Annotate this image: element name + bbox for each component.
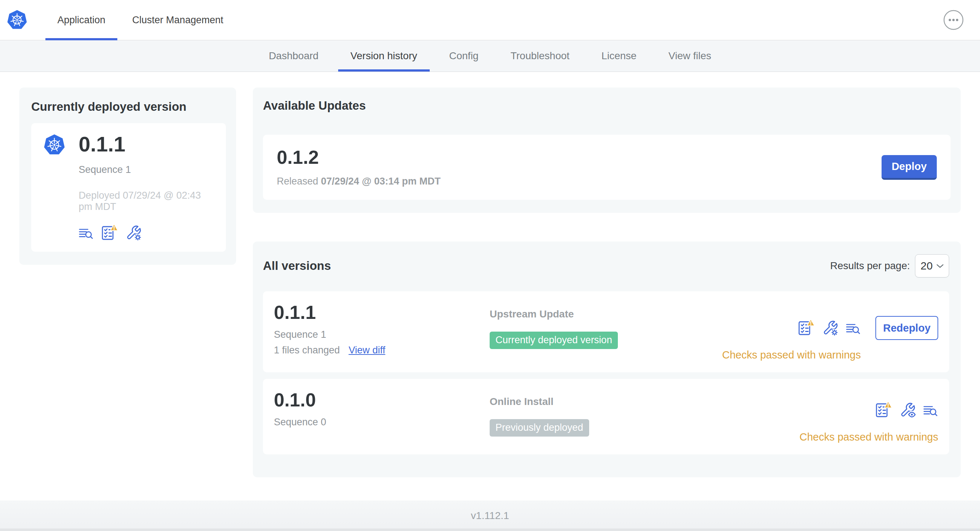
ellipsis-icon xyxy=(943,10,964,30)
status-badge: Previously deployed xyxy=(490,419,589,437)
checks-status: Checks passed with warnings xyxy=(799,431,938,443)
version-row-middle: Online Install Previously deployed xyxy=(490,390,722,437)
row-version: 0.1.1 xyxy=(274,302,490,323)
version-source: Online Install xyxy=(490,396,722,407)
tab-application-label: Application xyxy=(57,14,105,26)
version-row-right: Checks passed with warnings Redeploy xyxy=(722,302,938,361)
app-footer: v1.112.1 xyxy=(0,501,980,531)
deployed-version: 0.1.1 xyxy=(78,133,217,156)
primary-tabs: Application Cluster Management xyxy=(45,0,235,40)
subnav-tab-license[interactable]: License xyxy=(585,40,653,72)
checks-block: Checks passed with warnings xyxy=(799,390,938,443)
logs-icon xyxy=(923,403,938,418)
logs-icon xyxy=(78,226,94,241)
tab-cluster-management-label: Cluster Management xyxy=(132,14,223,26)
results-per-page: Results per page: 20 xyxy=(830,254,949,278)
preflight-warning-icon xyxy=(101,223,118,241)
deployed-timestamp: Deployed 07/29/24 @ 02:43 pm MDT xyxy=(78,190,217,213)
wrench-gear-icon xyxy=(822,320,838,336)
preflight-warning-icon xyxy=(798,318,815,336)
redeploy-button[interactable]: Redeploy xyxy=(875,316,938,340)
subnav-tab-config[interactable]: Config xyxy=(433,40,495,72)
kubernetes-logo-icon xyxy=(6,10,28,30)
version-row-left: 0.1.1 Sequence 1 1 files changed View di… xyxy=(274,302,490,356)
logs-icon xyxy=(846,321,861,336)
update-version: 0.1.2 xyxy=(277,148,441,167)
kubernetes-app-icon xyxy=(43,132,65,158)
update-card: 0.1.2 Released 07/29/24 @ 03:14 pm MDT D… xyxy=(263,135,951,200)
edit-config-button[interactable] xyxy=(822,320,838,336)
preflight-checks-button[interactable] xyxy=(101,223,118,241)
release-notes-button[interactable] xyxy=(846,321,861,336)
row-sequence: Sequence 0 xyxy=(274,417,490,428)
version-row-right: Checks passed with warnings xyxy=(799,390,938,443)
view-config-button[interactable] xyxy=(900,402,916,418)
subnav-tab-version-history[interactable]: Version history xyxy=(334,40,433,72)
top-bar: Application Cluster Management xyxy=(0,0,980,40)
released-prefix: Released xyxy=(277,176,318,187)
subnav-tab-view-files[interactable]: View files xyxy=(652,40,727,72)
main-content: Currently deployed version 0.1.1 Sequenc… xyxy=(0,72,980,477)
subnav-tab-dashboard[interactable]: Dashboard xyxy=(253,40,334,72)
deployed-sequence: Sequence 1 xyxy=(78,164,217,175)
all-versions-title: All versions xyxy=(263,259,331,273)
version-actions xyxy=(798,318,861,336)
tab-application[interactable]: Application xyxy=(45,0,117,40)
all-versions-panel: All versions Results per page: 20 0.1.1 … xyxy=(253,242,961,477)
update-info: 0.1.2 Released 07/29/24 @ 03:14 pm MDT xyxy=(277,148,441,188)
currently-deployed-title: Currently deployed version xyxy=(31,100,226,114)
results-per-page-select[interactable]: 20 xyxy=(915,254,949,278)
update-released: Released 07/29/24 @ 03:14 pm MDT xyxy=(277,176,441,187)
available-updates-panel: Available Updates 0.1.2 Released 07/29/2… xyxy=(253,87,961,213)
currently-deployed-card: 0.1.1 Sequence 1 Deployed 07/29/24 @ 02:… xyxy=(31,123,226,252)
subnav-tab-config-label: Config xyxy=(449,50,479,62)
checks-block: Checks passed with warnings xyxy=(722,302,861,361)
right-column: Available Updates 0.1.2 Released 07/29/2… xyxy=(253,87,961,477)
edit-config-button[interactable] xyxy=(126,225,142,241)
preflight-checks-button[interactable] xyxy=(798,318,815,336)
version-actions xyxy=(875,401,938,418)
app-logo xyxy=(6,0,28,40)
row-version: 0.1.0 xyxy=(274,390,490,410)
wrench-gear-icon xyxy=(126,225,142,241)
wrench-eye-icon xyxy=(900,402,916,418)
preflight-warning-icon xyxy=(875,401,892,418)
subnav-tab-license-label: License xyxy=(601,50,637,62)
preflight-checks-button[interactable] xyxy=(875,401,892,418)
row-sequence: Sequence 1 xyxy=(274,329,490,340)
console-version: v1.112.1 xyxy=(471,510,509,521)
results-per-page-label: Results per page: xyxy=(830,260,910,272)
deployed-actions xyxy=(78,223,217,241)
files-changed-line: 1 files changed View diff xyxy=(274,345,490,356)
checks-status: Checks passed with warnings xyxy=(722,349,861,361)
release-notes-button[interactable] xyxy=(78,226,94,241)
available-updates-title: Available Updates xyxy=(263,99,951,113)
tab-cluster-management[interactable]: Cluster Management xyxy=(120,0,235,40)
deploy-button[interactable]: Deploy xyxy=(881,155,937,180)
deployed-info: 0.1.1 Sequence 1 Deployed 07/29/24 @ 02:… xyxy=(78,132,217,241)
released-timestamp: 07/29/24 @ 03:14 pm MDT xyxy=(321,176,441,187)
footer-edge xyxy=(0,528,980,531)
subnav-tab-version-history-label: Version history xyxy=(350,50,417,62)
header-spacer xyxy=(235,0,943,40)
chevron-down-icon xyxy=(936,264,944,269)
results-per-page-value: 20 xyxy=(920,260,932,272)
version-source: Upstream Update xyxy=(490,308,722,320)
release-notes-button[interactable] xyxy=(923,403,938,418)
version-row-middle: Upstream Update Currently deployed versi… xyxy=(490,302,722,349)
version-row-left: 0.1.0 Sequence 0 xyxy=(274,390,490,428)
currently-deployed-panel: Currently deployed version 0.1.1 Sequenc… xyxy=(19,87,236,265)
all-versions-header: All versions Results per page: 20 xyxy=(263,254,949,278)
more-menu-button[interactable] xyxy=(943,10,964,30)
version-row-0-1-0: 0.1.0 Sequence 0 Online Install Previous… xyxy=(263,379,949,455)
app-subnav: Dashboard Version history Config Trouble… xyxy=(0,40,980,72)
version-row-0-1-1: 0.1.1 Sequence 1 1 files changed View di… xyxy=(263,291,949,372)
files-changed-text: 1 files changed xyxy=(274,345,340,356)
subnav-tab-troubleshoot-label: Troubleshoot xyxy=(510,50,569,62)
view-diff-link[interactable]: View diff xyxy=(349,345,385,356)
status-badge: Currently deployed version xyxy=(490,332,618,349)
subnav-tab-view-files-label: View files xyxy=(668,50,711,62)
subnav-tab-dashboard-label: Dashboard xyxy=(269,50,318,62)
subnav-tab-troubleshoot[interactable]: Troubleshoot xyxy=(494,40,585,72)
